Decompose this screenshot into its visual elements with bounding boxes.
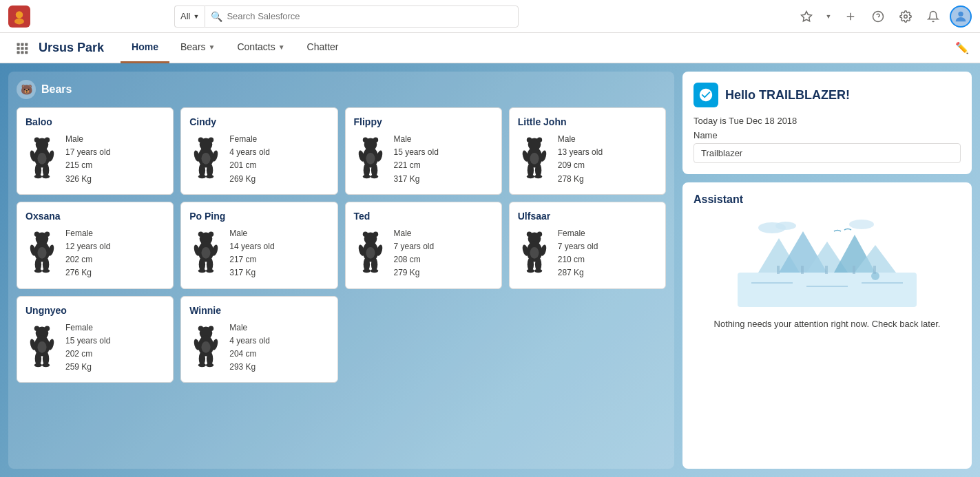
notifications-icon[interactable]: [922, 6, 944, 28]
favorites-icon[interactable]: [795, 6, 817, 28]
app-logo[interactable]: [8, 6, 30, 28]
user-avatar[interactable]: [950, 6, 972, 28]
svg-point-76: [209, 231, 213, 236]
svg-rect-129: [738, 273, 917, 307]
svg-rect-144: [825, 266, 828, 274]
assistant-message: Nothing needs your attention right now. …: [694, 319, 961, 329]
svg-rect-14: [21, 47, 23, 50]
search-input[interactable]: [227, 11, 512, 21]
search-filter-label: All: [180, 11, 190, 21]
bear-name: Little John: [518, 116, 657, 127]
svg-point-67: [37, 247, 46, 259]
svg-point-128: [206, 363, 213, 367]
bear-card[interactable]: Oxsana Female 12 years old 202 cm 276 Kg: [17, 202, 174, 289]
bear-card[interactable]: Po Ping Male 14 years old 217 cm 317 Kg: [180, 202, 337, 289]
bear-card-body: Male 13 years old 209 cm 278 Kg: [518, 133, 657, 186]
settings-icon[interactable]: [895, 6, 917, 28]
bear-stats: Male 14 years old 217 cm 317 Kg: [229, 227, 274, 280]
bear-stats: Female 7 years old 210 cm 287 Kg: [558, 227, 598, 280]
tab-chatter-label: Chatter: [307, 41, 339, 52]
bear-card[interactable]: Ulfsaar Female 7 years old 210 cm 287 Kg: [509, 202, 666, 289]
bear-card[interactable]: Ungnyeo Female 15 years old 202 cm 259 K…: [17, 296, 174, 383]
bear-card-body: Male 7 years old 208 cm 279 Kg: [354, 227, 493, 280]
bear-card[interactable]: Winnie Male 4 years old 204 cm 293 Kg: [180, 296, 337, 383]
svg-point-84: [206, 268, 213, 273]
svg-point-119: [198, 326, 203, 330]
svg-rect-145: [853, 266, 855, 274]
svg-point-21: [45, 138, 50, 142]
svg-point-29: [42, 175, 50, 179]
tab-contacts-label: Contacts: [237, 41, 275, 52]
search-container: All ▼ 🔍: [174, 6, 519, 28]
svg-point-9: [958, 11, 963, 16]
hello-name-input[interactable]: [694, 143, 961, 163]
svg-point-89: [366, 247, 375, 259]
edit-nav-icon[interactable]: ✏️: [955, 41, 969, 54]
bear-name: Oxsana: [25, 211, 165, 222]
hello-title: Hello TRAILBLAZER!: [725, 88, 850, 103]
bear-name: Ungnyeo: [25, 305, 165, 316]
bear-card[interactable]: Baloo Male 17 years old 215 cm 326 Kg: [17, 107, 174, 195]
bear-card-body: Male 4 years old 204 cm 293 Kg: [189, 321, 329, 374]
bear-card[interactable]: Flippy Male 15 years old 221 cm 317 Kg: [345, 107, 502, 195]
bear-name: Ted: [354, 211, 493, 222]
app-navigation: Ursus Park Home Bears ▼ Contacts ▼ Chatt…: [0, 33, 980, 63]
bear-card[interactable]: Ted Male 7 years old 208 cm 279 Kg: [345, 202, 502, 289]
svg-point-105: [527, 268, 534, 273]
svg-point-2: [14, 18, 24, 24]
svg-point-45: [366, 153, 375, 165]
hello-header: Hello TRAILBLAZER!: [694, 83, 961, 107]
assistant-illustration: [694, 214, 961, 310]
bear-silhouette: [189, 133, 224, 183]
bear-stats: Female 12 years old 202 cm 276 Kg: [65, 227, 110, 280]
svg-point-51: [371, 175, 378, 179]
bear-name: Cindy: [189, 116, 329, 127]
top-nav-right: ▼: [795, 6, 972, 28]
app-name: Ursus Park: [39, 41, 104, 55]
help-icon[interactable]: [867, 6, 889, 28]
svg-rect-10: [17, 43, 20, 45]
svg-point-72: [34, 268, 42, 273]
svg-point-120: [209, 326, 213, 330]
assistant-title: Assistant: [694, 193, 961, 206]
svg-point-34: [202, 153, 211, 165]
hello-name-label: Name: [694, 130, 961, 140]
tab-chatter[interactable]: Chatter: [296, 33, 350, 63]
hello-date: Today is Tue Dec 18 2018: [694, 116, 961, 126]
bear-card[interactable]: Cindy Female 4 years old 201 cm 269 Kg: [180, 107, 337, 195]
bear-card-body: Female 15 years old 202 cm 259 Kg: [25, 321, 165, 374]
top-navigation: All ▼ 🔍 ▼: [0, 0, 980, 33]
svg-point-39: [198, 175, 206, 179]
svg-point-106: [534, 268, 542, 273]
svg-rect-17: [21, 51, 23, 54]
favorites-dropdown[interactable]: ▼: [823, 6, 834, 28]
app-launcher-icon[interactable]: [11, 37, 33, 59]
bear-silhouette: [25, 133, 60, 183]
bears-panel-title: Bears: [41, 83, 72, 96]
svg-point-42: [362, 138, 367, 142]
bear-silhouette: [189, 227, 224, 277]
svg-point-117: [42, 363, 50, 367]
bear-name: Po Ping: [189, 211, 329, 222]
bear-stats: Male 4 years old 204 cm 293 Kg: [229, 321, 270, 374]
tab-contacts[interactable]: Contacts ▼: [226, 33, 295, 63]
svg-rect-11: [21, 43, 23, 45]
search-icon: 🔍: [211, 11, 222, 22]
bears-panel-header: 🐻 Bears: [17, 80, 666, 99]
right-panel: Hello TRAILBLAZER! Today is Tue Dec 18 2…: [682, 72, 972, 469]
tab-home[interactable]: Home: [121, 33, 169, 63]
add-icon[interactable]: [840, 6, 862, 28]
tab-bears[interactable]: Bears ▼: [169, 33, 226, 63]
bear-silhouette: [189, 321, 224, 372]
bear-silhouette: [25, 321, 60, 372]
bear-stats: Female 4 years old 201 cm 269 Kg: [229, 133, 270, 186]
bear-card-body: Male 15 years old 221 cm 317 Kg: [354, 133, 493, 186]
svg-rect-16: [17, 51, 20, 54]
svg-point-8: [904, 14, 908, 18]
bear-card-body: Male 17 years old 215 cm 326 Kg: [25, 133, 165, 186]
bear-card[interactable]: Little John Male 13 years old 209 cm 278…: [509, 107, 666, 195]
svg-rect-142: [777, 266, 780, 274]
search-filter-dropdown[interactable]: All ▼: [174, 6, 205, 28]
hello-card: Hello TRAILBLAZER! Today is Tue Dec 18 2…: [682, 72, 972, 174]
svg-point-140: [849, 220, 874, 229]
